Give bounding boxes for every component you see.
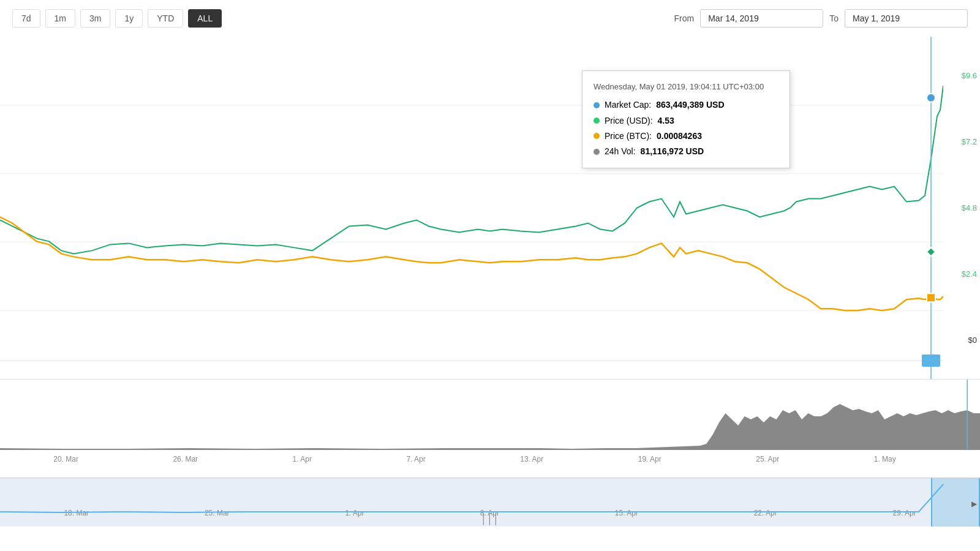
btn-7d[interactable]: 7d: [12, 9, 40, 28]
tooltip: Wednesday, May 01 2019, 19:04:11 UTC+03:…: [582, 70, 790, 168]
tooltip-pricebtc-row: Price (BTC): 0.00084263: [594, 129, 778, 144]
x-label-5: 19. Apr: [638, 455, 662, 468]
tooltip-priceusd-value: 4.53: [658, 113, 674, 129]
btn-all[interactable]: ALL: [188, 9, 222, 28]
btn-1m[interactable]: 1m: [45, 9, 75, 28]
y-label-0: $0: [946, 335, 977, 345]
tooltip-vol-value: 81,116,972 USD: [641, 144, 704, 159]
svg-marker-8: [927, 247, 935, 256]
dot-marketcap: [594, 102, 600, 108]
main-chart[interactable]: $9.6 $7.2 $4.8 $2.4 $0 Wednesday, May 01…: [0, 37, 980, 380]
svg-marker-10: [0, 404, 980, 450]
top-bar: 7d 1m 3m 1y YTD ALL From To: [0, 0, 980, 37]
dot-priceusd: [594, 118, 600, 124]
btn-3m[interactable]: 3m: [80, 9, 110, 28]
tooltip-marketcap-value: 863,449,389 USD: [656, 97, 724, 113]
tooltip-vol-row: 24h Vol: 81,116,972 USD: [594, 144, 778, 159]
x-label-1: 26. Mar: [173, 455, 198, 468]
btn-1y[interactable]: 1y: [115, 9, 143, 28]
svg-rect-6: [922, 354, 940, 367]
tooltip-title: Wednesday, May 01 2019, 19:04:11 UTC+03:…: [594, 80, 778, 94]
y-label-72: $7.2: [946, 137, 977, 146]
dot-vol: [594, 149, 600, 155]
x-label-6: 25. Apr: [756, 455, 779, 468]
x-axis: 20. Mar 26. Mar 1. Apr 7. Apr 13. Apr 19…: [0, 450, 980, 468]
tooltip-pricebtc-label: Price (BTC):: [605, 129, 652, 144]
volume-svg: [0, 380, 980, 450]
y-axis-labels: $9.6 $7.2 $4.8 $2.4 $0: [943, 37, 980, 379]
to-date-input[interactable]: [845, 9, 968, 28]
from-label: From: [674, 13, 695, 23]
tooltip-priceusd-row: Price (USD): 4.53: [594, 113, 778, 129]
tooltip-vol-label: 24h Vol:: [605, 144, 636, 159]
tooltip-priceusd-label: Price (USD):: [605, 113, 653, 129]
x-label-3: 7. Apr: [406, 455, 425, 468]
y-label-48: $4.8: [946, 203, 977, 212]
navigator[interactable]: 18. Mar 25. Mar 1. Apr 8. Apr 15. Apr 22…: [0, 478, 980, 527]
to-label: To: [829, 13, 839, 23]
scroll-handle[interactable]: │││: [476, 512, 504, 527]
svg-point-7: [927, 94, 935, 102]
y-label-24: $2.4: [946, 269, 977, 279]
chart-wrapper: $9.6 $7.2 $4.8 $2.4 $0 Wednesday, May 01…: [0, 37, 980, 478]
date-range: From To: [674, 9, 968, 28]
svg-rect-9: [927, 293, 935, 302]
tooltip-marketcap-label: Market Cap:: [605, 97, 651, 113]
x-label-7: 1. May: [874, 455, 896, 468]
from-date-input[interactable]: [700, 9, 823, 28]
x-label-4: 13. Apr: [520, 455, 543, 468]
x-label-2: 1. Apr: [293, 455, 312, 468]
tooltip-pricebtc-value: 0.00084263: [657, 129, 702, 144]
tooltip-marketcap-row: Market Cap: 863,449,389 USD: [594, 97, 778, 113]
volume-chart: [0, 380, 980, 450]
btn-ytd[interactable]: YTD: [148, 9, 183, 28]
y-label-96: $9.6: [946, 71, 977, 80]
scroll-right-arrow[interactable]: ▶: [971, 500, 977, 508]
price-chart-svg: [0, 37, 943, 379]
x-label-0: 20. Mar: [53, 455, 78, 468]
navigator-line-svg: [0, 478, 980, 515]
dot-pricebtc: [594, 133, 600, 139]
